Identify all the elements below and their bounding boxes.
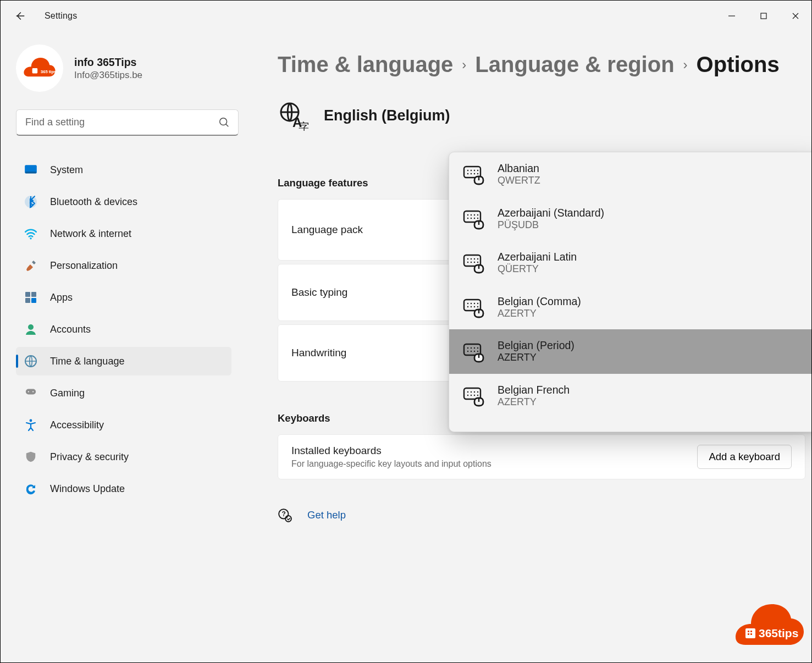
svg-rect-16 [26,389,36,395]
svg-point-34 [477,173,478,174]
svg-point-79 [467,350,468,351]
sidebar-item-label: Accounts [50,324,91,335]
svg-point-56 [471,262,472,263]
sidebar-item-label: Time & language [50,356,124,367]
search-input-field[interactable] [25,117,213,128]
svg-point-31 [467,173,468,174]
svg-point-54 [477,258,478,259]
svg-rect-12 [25,298,30,303]
sidebar-item-time-language[interactable]: Time & language [16,347,231,375]
sidebar-item-gaming[interactable]: Gaming [16,379,231,407]
keyboard-option[interactable]: Belgian French AZERTY [449,374,812,418]
keyboard-name: Belgian French [498,384,570,396]
sidebar-item-label: Apps [50,292,73,303]
svg-rect-1 [761,13,766,19]
keyboard-name: Belgian (Period) [498,339,575,352]
sidebar-item-accounts[interactable]: Accounts [16,315,231,344]
svg-rect-10 [25,292,30,297]
svg-rect-13 [31,298,36,303]
person-icon [24,322,38,336]
svg-point-77 [474,347,475,348]
feature-card-handwriting[interactable]: Handwriting [278,324,454,382]
svg-point-53 [474,258,475,259]
svg-text:365tips: 365tips [759,627,798,639]
user-email: Info@365tips.be [74,70,142,81]
keyboard-layout: AZERTY [498,352,575,364]
language-header: A 字 English (Belgium) [278,100,805,131]
arrow-left-icon [14,10,26,22]
svg-point-27 [467,170,468,171]
svg-point-92 [471,395,472,396]
sidebar-item-apps[interactable]: Apps [16,283,231,312]
window-titlebar: Settings [1,1,811,31]
breadcrumb-item[interactable]: Language & region [475,52,674,77]
svg-point-94 [477,395,478,396]
svg-point-25 [285,516,291,522]
sidebar-item-accessibility[interactable]: Accessibility [16,411,231,439]
sidebar-item-label: System [50,164,83,176]
svg-point-66 [477,303,478,304]
svg-point-89 [474,391,475,393]
svg-rect-7 [25,172,36,173]
add-keyboard-button[interactable]: Add a keyboard [697,445,792,469]
svg-point-51 [467,258,468,259]
feature-label: Language pack [291,224,363,236]
get-help-link[interactable]: Get help [307,509,346,521]
globe-language-icon: A 字 [278,100,308,131]
keyboard-layout-icon [462,296,484,318]
keyboard-layout: QWERTZ [498,175,540,187]
minimize-button[interactable] [716,5,748,27]
feature-card-language-pack[interactable]: Language pack [278,199,454,261]
breadcrumb-item[interactable]: Time & language [278,52,453,77]
close-button[interactable] [780,5,811,27]
sidebar-item-update[interactable]: Windows Update [16,474,231,503]
installed-keyboards-sub: For language-specific key layouts and in… [291,459,491,469]
feature-label: Handwriting [291,347,346,359]
keyboard-layout-icon [462,163,484,185]
svg-text:365 tips: 365 tips [41,69,56,74]
feature-card-basic-typing[interactable]: Basic typing [278,264,454,321]
search-icon [218,117,230,129]
svg-point-68 [471,306,472,307]
apps-icon [24,290,38,305]
svg-point-4 [220,118,227,125]
monitor-icon [24,163,38,177]
sidebar-item-privacy[interactable]: Privacy & security [16,443,231,471]
svg-point-29 [474,170,475,171]
keyboard-option[interactable]: Azerbaijani (Standard) PÜŞUDB [449,197,812,241]
keyboard-option[interactable]: Belgian (Comma) AZERTY [449,285,812,330]
svg-text:字: 字 [299,121,308,131]
back-button[interactable] [13,9,27,23]
svg-point-67 [467,306,468,307]
accessibility-icon [24,418,38,432]
svg-point-46 [477,218,478,219]
add-keyboard-dropdown[interactable]: Albanian QWERTZ Azerbaijani (Standard) P… [449,152,812,432]
keyboard-option[interactable]: Albanian QWERTZ [449,152,812,197]
breadcrumb: Time & language › Language & region › Op… [278,52,805,77]
svg-point-33 [474,173,475,174]
svg-point-55 [467,262,468,263]
sidebar: 365 tips info 365Tips Info@365tips.be Sy… [1,31,242,662]
svg-point-41 [474,214,475,216]
svg-point-32 [471,173,472,174]
sidebar-item-personalization[interactable]: Personalization [16,251,231,280]
maximize-button[interactable] [748,5,780,27]
user-card[interactable]: 365 tips info 365Tips Info@365tips.be [16,45,231,92]
keyboard-option[interactable]: Belgian (Period) AZERTY [449,329,812,374]
svg-point-43 [467,218,468,219]
sidebar-item-label: Accessibility [50,419,104,431]
sidebar-item-bluetooth[interactable]: Bluetooth & devices [16,187,231,216]
keyboard-name: Albanian [498,162,540,175]
globe-clock-icon [24,354,38,368]
search-input[interactable] [16,109,239,136]
keyboard-layout: PÜŞUDB [498,219,604,231]
sidebar-item-network[interactable]: Network & internet [16,219,231,248]
sidebar-item-system[interactable]: System [16,156,231,184]
sidebar-item-label: Privacy & security [50,451,129,463]
installed-keyboards-title: Installed keyboards [291,445,491,457]
wifi-icon [24,226,38,241]
svg-point-58 [477,262,478,263]
svg-rect-101 [748,633,749,635]
keyboard-option[interactable]: Azerbaijani Latin QÜERTY [449,241,812,285]
svg-point-19 [30,419,32,422]
